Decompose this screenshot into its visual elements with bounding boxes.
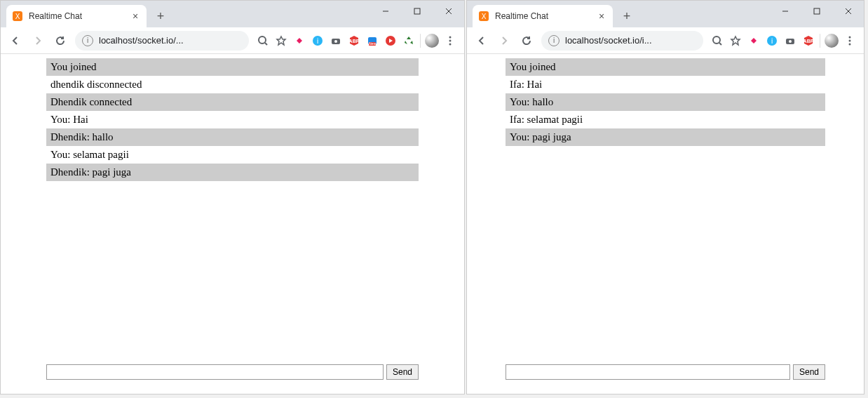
svg-point-11 [334,40,337,43]
chat-message: Ifa: Hai [506,76,825,93]
address-bar[interactable]: i localhost/socket.io/i... [541,31,703,51]
send-button[interactable]: Send [793,364,825,380]
chat-message: dhendik disconnected [46,76,419,93]
titlebar: X Realtime Chat × + [467,1,864,27]
youtube-icon[interactable] [384,34,398,48]
page-content: You joined dhendik disconnected Dhendik … [1,54,464,394]
forward-button[interactable] [494,30,515,51]
reload-button[interactable] [50,30,71,51]
adblock-icon[interactable]: ABP [347,34,361,48]
send-button[interactable]: Send [386,364,419,380]
close-window-button[interactable] [832,1,864,22]
zoom-icon[interactable] [256,34,270,48]
close-window-button[interactable] [433,1,464,22]
bookmark-star-icon[interactable] [728,34,742,48]
reload-button[interactable] [516,30,537,51]
svg-text:X: X [15,13,20,20]
svg-rect-24 [814,8,820,14]
chat-message: You: selamat pagii [46,146,419,164]
page-content: You joined Ifa: Hai You: hallo Ifa: sela… [467,54,864,394]
extension-icon[interactable]: i [311,34,325,48]
svg-text:ABP: ABP [349,39,360,44]
minimize-button[interactable] [769,1,801,22]
url-text: localhost/socket.io/... [99,35,184,46]
new-tab-button[interactable]: + [617,6,637,26]
window-controls [369,1,464,22]
chat-input-row: Send [506,364,825,380]
menu-icon[interactable] [843,34,857,48]
maximize-button[interactable] [401,1,433,22]
svg-line-7 [265,43,267,45]
profile-avatar-icon[interactable] [825,34,839,48]
extension-icon[interactable]: i [765,34,779,48]
tab-title: Realtime Chat [29,11,130,21]
minimize-button[interactable] [369,1,401,22]
svg-text:i: i [317,37,318,45]
maximize-button[interactable] [801,1,832,22]
svg-point-36 [849,39,851,41]
chat-message-list: You joined dhendik disconnected Dhendik … [46,58,419,181]
extension-icon[interactable] [747,34,761,48]
camera-icon[interactable] [783,34,797,48]
xampp-icon: X [12,11,23,22]
svg-point-32 [789,40,792,43]
chat-message: Dhendik connected [46,93,419,111]
svg-rect-3 [414,8,420,14]
browser-tab[interactable]: X Realtime Chat × [473,5,613,27]
xampp-icon: X [478,11,489,22]
chat-message: Dhendik: pagi juga [46,164,419,181]
svg-point-18 [449,36,452,38]
browser-window-left: X Realtime Chat × + i localhost/socket.i… [0,0,465,394]
adblock-icon[interactable]: ABP [801,34,815,48]
url-text: localhost/socket.io/i... [565,35,652,46]
divider [820,34,820,48]
svg-point-35 [849,36,851,38]
site-info-icon[interactable]: i [82,35,93,46]
message-input[interactable] [46,364,384,380]
zoom-icon[interactable] [710,34,724,48]
svg-point-19 [449,39,452,41]
site-info-icon[interactable]: i [548,35,560,46]
svg-point-37 [849,43,851,45]
close-tab-icon[interactable]: × [130,11,141,22]
profile-avatar-icon[interactable] [425,34,439,48]
chat-message: You: pagi juga [506,128,825,146]
svg-point-6 [259,37,266,44]
message-input[interactable] [506,364,790,380]
recycle-icon[interactable] [402,34,416,48]
extension-icon[interactable]: New [365,34,379,48]
back-button[interactable] [471,30,492,51]
close-tab-icon[interactable]: × [596,11,607,22]
window-controls [769,1,864,22]
svg-text:New: New [369,41,376,46]
camera-icon[interactable] [329,34,343,48]
chat-message: Dhendik: hallo [46,128,419,146]
address-bar[interactable]: i localhost/socket.io/... [75,31,249,51]
titlebar: X Realtime Chat × + [1,1,464,27]
forward-button[interactable] [27,30,48,51]
svg-line-28 [719,43,721,45]
svg-text:i: i [771,37,773,45]
chat-message: You joined [46,58,419,76]
extension-icons: i ABP New [253,34,460,48]
divider [420,34,421,48]
svg-point-27 [713,37,720,44]
chat-message-list: You joined Ifa: Hai You: hallo Ifa: sela… [506,58,825,146]
browser-window-right: X Realtime Chat × + i localhost/socket.i… [466,0,864,394]
svg-text:ABP: ABP [803,39,814,44]
extension-icon[interactable] [292,34,306,48]
svg-point-20 [449,43,452,45]
tab-title: Realtime Chat [495,11,596,21]
bookmark-star-icon[interactable] [274,34,288,48]
new-tab-button[interactable]: + [151,6,170,26]
browser-toolbar: i localhost/socket.io/i... i ABP [467,27,864,54]
browser-tab[interactable]: X Realtime Chat × [6,5,147,27]
back-button[interactable] [5,30,26,51]
chat-message: You: Hai [46,111,419,128]
browser-toolbar: i localhost/socket.io/... i ABP New [1,27,464,54]
menu-icon[interactable] [443,34,457,48]
chat-message: You joined [506,58,825,76]
extension-icons: i ABP [707,34,860,48]
chat-input-row: Send [46,364,419,380]
svg-text:X: X [482,13,487,20]
